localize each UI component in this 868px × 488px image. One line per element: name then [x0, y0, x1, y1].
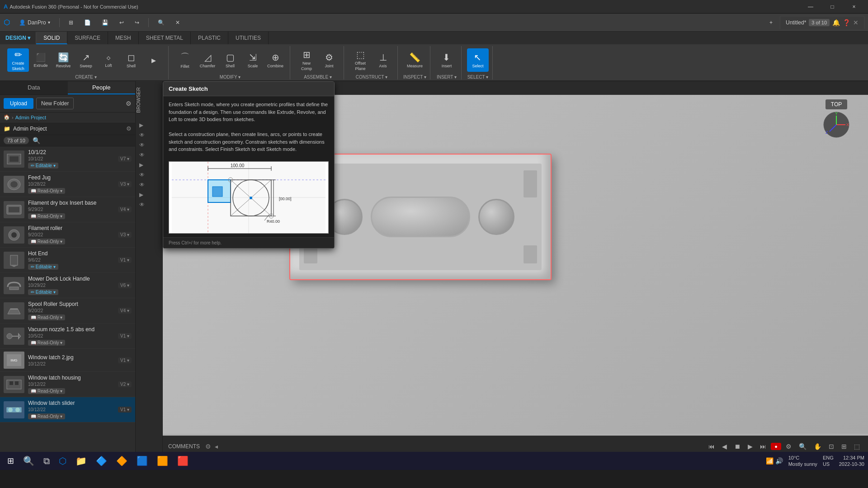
chamfer-button[interactable]: ◿ Chamfer: [197, 48, 218, 72]
first-frame-button[interactable]: ⏮: [706, 441, 717, 452]
revolve-button[interactable]: 🔄 Revolve: [52, 48, 74, 72]
eye-icon-5[interactable]: 👁: [139, 182, 159, 188]
axis-button[interactable]: ⊥ Axis: [372, 48, 394, 72]
shell-mod-button[interactable]: ▢ Shell: [219, 48, 241, 72]
add-tab-button[interactable]: +: [766, 18, 776, 28]
new-component-button[interactable]: ⊞ New Comp: [296, 48, 317, 72]
list-item[interactable]: Filament roller 9/20/22 📖 Read-Only ▾ V3…: [0, 222, 135, 248]
list-item[interactable]: Hot End 9/6/22 ✏ Editable ▾ V1 ▾: [0, 248, 135, 273]
fillet-button[interactable]: ⌒ Fillet: [174, 48, 196, 72]
version-badge: V1 ▾: [118, 407, 132, 413]
list-item[interactable]: Window latch housing 10/12/22 📖 Read-Onl…: [0, 372, 135, 397]
eye-icon-3[interactable]: 👁: [139, 152, 159, 158]
eye-icon-6[interactable]: 👁: [139, 202, 159, 208]
app2-icon[interactable]: 🔶: [113, 454, 131, 468]
eye-icon[interactable]: 👁: [139, 132, 159, 138]
zoom-fit-button[interactable]: ⊡: [826, 441, 837, 452]
eye-icon-4[interactable]: 👁: [139, 172, 159, 178]
display-settings-button[interactable]: ⬚: [851, 441, 863, 452]
tab-people[interactable]: People: [68, 81, 136, 94]
view-settings-button[interactable]: ⚙: [783, 441, 794, 452]
redo-button[interactable]: ↪: [131, 18, 143, 28]
scale-button[interactable]: ⇲ Scale: [242, 48, 264, 72]
app5-icon[interactable]: 🟥: [174, 454, 192, 468]
tab-data[interactable]: Data: [0, 81, 68, 94]
select-button[interactable]: ↖ Select: [467, 48, 489, 72]
list-item[interactable]: Vacuum nozzle 1.5 abs end 10/5/22 📖 Read…: [0, 324, 135, 349]
new-folder-button[interactable]: New Folder: [36, 98, 74, 109]
list-item[interactable]: 10/1/22 10/1/22 ✏ Editable ▾ V7 ▾: [0, 146, 135, 172]
app1-icon[interactable]: 🔷: [92, 454, 111, 468]
edge-icon[interactable]: ⬡: [55, 454, 70, 468]
list-search-button[interactable]: 🔍: [33, 137, 40, 144]
file-tags: 📖 Read-Only ▾: [28, 413, 114, 419]
app3-icon[interactable]: 🟦: [133, 454, 151, 468]
grid-icon: ⊞: [69, 19, 73, 26]
browser-label[interactable]: BROWSER: [136, 81, 162, 118]
play-button[interactable]: ▶: [745, 441, 755, 452]
search-taskbar-button[interactable]: 🔍: [19, 454, 38, 468]
joint-button[interactable]: ⚙ Joint: [318, 48, 340, 72]
list-item[interactable]: Feed Jug 10/28/22 📖 Read-Only ▾ V3 ▾: [0, 172, 135, 197]
insert-button[interactable]: ⬇ Insert: [436, 48, 458, 72]
grid-menu-button[interactable]: ⊞: [65, 18, 77, 28]
tab-close-button[interactable]: ✕: [853, 19, 859, 26]
start-button[interactable]: ⊞: [4, 454, 18, 468]
list-item[interactable]: Window latch slider 10/12/22 📖 Read-Only…: [0, 397, 135, 422]
panel-settings-button[interactable]: ⚙: [126, 100, 132, 107]
tree-expand-icon-3[interactable]: ▶: [139, 192, 159, 198]
shell-button[interactable]: ◻ Shell: [120, 48, 142, 72]
sweep-button[interactable]: ↗ Sweep: [75, 48, 97, 72]
tab-mesh[interactable]: MESH: [108, 32, 139, 44]
maximize-button[interactable]: □: [822, 0, 843, 14]
more-create-button[interactable]: ▸: [143, 48, 165, 72]
tree-expand-icon[interactable]: ▶: [139, 122, 159, 128]
tab-solid[interactable]: SOLID: [36, 32, 67, 44]
tab-sheet-metal[interactable]: SHEET METAL: [139, 32, 191, 44]
comments-settings-button[interactable]: ⚙: [205, 443, 211, 450]
comments-expand-icon[interactable]: ◂: [215, 443, 218, 450]
list-item[interactable]: Spool Roller Support 9/20/22 📖 Read-Only…: [0, 298, 135, 324]
measure-button[interactable]: 📏 Measure: [404, 48, 425, 72]
search-button[interactable]: 🔍: [154, 18, 168, 28]
tree-expand-icon-2[interactable]: ▶: [139, 162, 159, 168]
extrude-button[interactable]: ⬛ Extrude: [30, 48, 52, 72]
close-panel-button[interactable]: ✕: [172, 18, 184, 28]
close-button[interactable]: ×: [844, 0, 864, 14]
list-item[interactable]: Mower Deck Lock Handle 10/29/22 ✏ Editab…: [0, 273, 135, 298]
project-breadcrumb[interactable]: Admin Project: [15, 115, 46, 120]
list-item[interactable]: IMG Window latch 2.jpg 10/12/22 V1 ▾: [0, 349, 135, 372]
create-sketch-button[interactable]: ✏ Create Sketch: [7, 48, 29, 72]
undo-button[interactable]: ↩: [116, 18, 127, 28]
prev-frame-button[interactable]: ◀: [719, 441, 730, 452]
combine-button[interactable]: ⊕ Combine: [264, 48, 286, 72]
taskview-button[interactable]: ⧉: [40, 454, 53, 468]
zoom-button[interactable]: 🔍: [796, 441, 809, 452]
grid-view-button[interactable]: ⊞: [839, 441, 849, 452]
record-button[interactable]: ●: [771, 443, 781, 450]
project-settings-button[interactable]: ⚙: [126, 125, 132, 132]
pan-button[interactable]: ✋: [811, 441, 824, 452]
design-mode-button[interactable]: DESIGN ▾: [0, 32, 36, 44]
panel-tabs: Data People: [0, 81, 135, 95]
list-item[interactable]: Filament dry box Insert base 9/29/22 📖 R…: [0, 197, 135, 222]
svg-rect-10: [9, 287, 19, 290]
tab-utilities[interactable]: UTILITIES: [228, 32, 269, 44]
loft-button[interactable]: ⬦ Loft: [98, 48, 119, 72]
app4-icon[interactable]: 🟧: [153, 454, 172, 468]
stop-button[interactable]: ⏹: [731, 441, 743, 452]
save-button[interactable]: 💾: [98, 18, 112, 28]
active-tab[interactable]: Untitled* 3 of 10 🔔 ❓ ✕: [780, 16, 864, 29]
upload-button[interactable]: Upload: [4, 98, 33, 109]
tab-plastic[interactable]: PLASTIC: [191, 32, 228, 44]
last-frame-button[interactable]: ⏭: [757, 441, 769, 452]
file-info: Spool Roller Support 9/20/22 📖 Read-Only…: [28, 301, 114, 320]
tab-surface[interactable]: SURFACE: [67, 32, 108, 44]
minimize-button[interactable]: —: [800, 0, 821, 14]
user-profile-button[interactable]: 👤 DanPro ▾: [15, 18, 54, 28]
new-design-button[interactable]: 📄: [80, 18, 94, 28]
file-date: 10/12/22: [28, 382, 114, 387]
offset-plane-button[interactable]: ⬚ Offset Plane: [349, 48, 371, 72]
explorer-icon[interactable]: 📁: [72, 454, 90, 468]
eye-icon-2[interactable]: 👁: [139, 142, 159, 148]
